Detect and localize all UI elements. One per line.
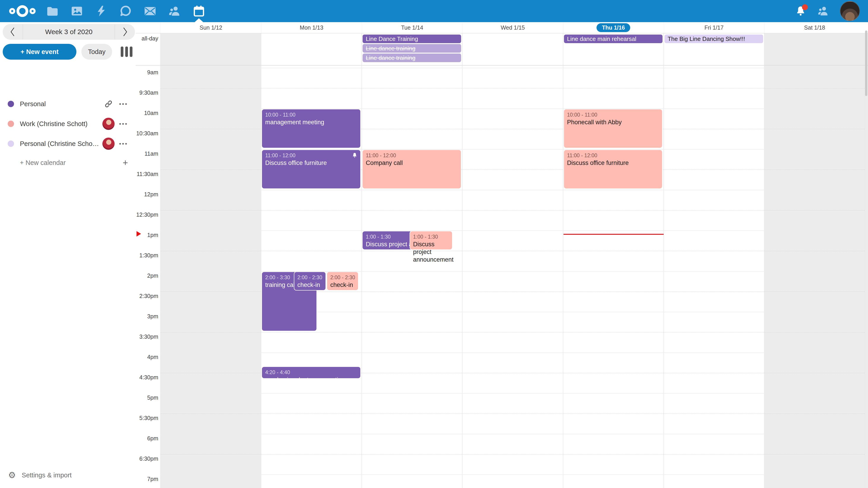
allday-event[interactable]: Line dance training bbox=[363, 54, 461, 62]
day-header-row: Sun 1/12Mon 1/13Tue 1/14Wed 1/15Thu 1/16… bbox=[135, 22, 868, 33]
event-time: 2:00 - 2:30 bbox=[298, 274, 322, 281]
week-range-label[interactable]: Week 3 of 2020 bbox=[23, 24, 115, 39]
navbar-right bbox=[795, 1, 868, 21]
calendar-item-1[interactable]: Work (Christine Schott)••• bbox=[0, 114, 135, 134]
activity-app-icon[interactable] bbox=[94, 4, 108, 18]
vertical-scrollbar-thumb[interactable] bbox=[865, 31, 867, 96]
calendar-color-dot[interactable] bbox=[8, 140, 14, 147]
event-time: 10:00 - 11:00 bbox=[265, 111, 357, 119]
allday-section: Line Dance TrainingLine dance trainingLi… bbox=[135, 33, 868, 66]
calendar-name: Personal bbox=[20, 100, 102, 108]
event[interactable]: 11:00 - 12:00Company call bbox=[362, 150, 461, 189]
new-calendar-button[interactable]: + New calendar+ bbox=[0, 154, 135, 172]
calendar-item-0[interactable]: Personal••• bbox=[0, 94, 135, 114]
event[interactable]: 10:00 - 11:00management meeting bbox=[261, 109, 361, 148]
calendar-actions-menu[interactable]: ••• bbox=[119, 140, 128, 147]
new-event-button[interactable]: + New event bbox=[3, 44, 76, 60]
day-header-fri[interactable]: Fri 1/17 bbox=[664, 22, 764, 33]
calendar-item-2[interactable]: Personal (Christine Scho…••• bbox=[0, 134, 135, 154]
notifications-bell-icon[interactable] bbox=[795, 5, 807, 17]
day-header-tue[interactable]: Tue 1/14 bbox=[362, 22, 462, 33]
event-time: 10:00 - 11:00 bbox=[567, 111, 659, 119]
user-avatar[interactable] bbox=[840, 1, 860, 21]
calendar-actions-menu[interactable]: ••• bbox=[119, 121, 128, 127]
grid-line bbox=[160, 414, 865, 414]
contacts-menu-icon[interactable] bbox=[817, 5, 830, 18]
day-header-sun[interactable]: Sun 1/12 bbox=[160, 22, 261, 33]
event[interactable]: 11:00 - 12:00Discuss office furniture bbox=[261, 150, 361, 189]
time-label: 5pm bbox=[135, 394, 158, 401]
photos-app-icon[interactable] bbox=[70, 4, 84, 18]
today-pill: Thu 1/16 bbox=[596, 23, 630, 32]
day-header-sat[interactable]: Sat 1/18 bbox=[764, 22, 865, 33]
day-header-mon[interactable]: Mon 1/13 bbox=[261, 22, 362, 33]
time-label: 12pm bbox=[135, 191, 158, 198]
mail-app-icon[interactable] bbox=[143, 4, 157, 18]
today-button[interactable]: Today bbox=[81, 44, 112, 60]
grid-line bbox=[160, 434, 865, 434]
grid-line bbox=[160, 393, 865, 394]
event[interactable]: 1:00 - 1:30Discuss project announcement bbox=[362, 231, 416, 250]
allday-event[interactable]: Line dance main rehearsal bbox=[564, 35, 662, 43]
event-title: Discuss project announcement bbox=[366, 240, 413, 248]
event-time: 11:00 - 12:00 bbox=[567, 152, 659, 159]
grid-line bbox=[160, 251, 865, 251]
week-navigation: Week 3 of 2020 bbox=[3, 24, 135, 40]
event[interactable]: 2:00 - 2:30check-in bbox=[327, 271, 359, 291]
next-week-button[interactable] bbox=[115, 24, 135, 40]
owner-avatar bbox=[102, 137, 115, 150]
calendar-color-dot[interactable] bbox=[8, 121, 14, 127]
reminder-bell-icon bbox=[352, 152, 358, 158]
notification-badge bbox=[802, 4, 808, 10]
calendar-actions-menu[interactable]: ••• bbox=[119, 101, 128, 107]
nextcloud-logo[interactable] bbox=[9, 4, 36, 18]
current-time-line bbox=[563, 234, 664, 235]
talk-app-icon[interactable] bbox=[119, 4, 133, 18]
time-label: 10:30am bbox=[135, 130, 158, 137]
event-time: 2:00 - 2:30 bbox=[330, 274, 355, 281]
calendar-app-icon[interactable] bbox=[192, 4, 206, 18]
time-label: 4:30pm bbox=[135, 374, 158, 381]
column-line bbox=[563, 33, 563, 66]
event[interactable]: 4:20 - 4:40purchasing dept conversation bbox=[261, 366, 361, 379]
event[interactable]: 10:00 - 11:00Phonecall with Abby bbox=[563, 109, 663, 148]
event[interactable]: 1:00 - 1:30Discuss project announcement bbox=[410, 231, 453, 250]
time-label: 9am bbox=[135, 69, 158, 76]
time-label: 9:30am bbox=[135, 90, 158, 96]
view-mode-toggle-icon[interactable] bbox=[121, 46, 132, 57]
column-line bbox=[362, 33, 362, 66]
event-time: 1:00 - 1:30 bbox=[366, 233, 413, 240]
day-header-thu[interactable]: Thu 1/16 bbox=[563, 22, 664, 33]
time-label: 6:30pm bbox=[135, 455, 158, 462]
column-line bbox=[663, 33, 664, 66]
time-label: 7pm bbox=[135, 476, 158, 482]
files-app-icon[interactable] bbox=[45, 4, 60, 18]
settings-and-import[interactable]: ⚙ Settings & import bbox=[0, 468, 135, 482]
event[interactable]: 11:00 - 12:00Discuss office furniture bbox=[563, 150, 663, 189]
event-title: management meeting bbox=[265, 119, 357, 126]
allday-event[interactable]: Line Dance Training bbox=[363, 35, 461, 43]
allday-event[interactable]: The Big Line Dancing Show!!! bbox=[664, 35, 763, 43]
allday-event[interactable]: Line dance training bbox=[363, 44, 461, 53]
grid-line bbox=[160, 454, 865, 455]
previous-week-button[interactable] bbox=[3, 24, 23, 40]
event[interactable]: 2:00 - 2:30check-in bbox=[294, 271, 326, 291]
calendar-color-dot[interactable] bbox=[8, 101, 14, 107]
sidebar-actions: + New event Today bbox=[3, 44, 133, 60]
plus-icon: + bbox=[123, 158, 128, 168]
event-time: 11:00 - 12:00 bbox=[366, 152, 458, 159]
contacts-app-icon[interactable] bbox=[167, 4, 182, 18]
app-launcher bbox=[45, 4, 206, 18]
day-header-wed[interactable]: Wed 1/15 bbox=[462, 22, 563, 33]
grid-line bbox=[160, 352, 865, 353]
top-navbar bbox=[0, 0, 868, 22]
time-label: 11am bbox=[135, 151, 158, 157]
event-time: 4:20 - 4:40 bbox=[265, 369, 357, 376]
column-line bbox=[261, 33, 261, 66]
calendar-name: Personal (Christine Scho… bbox=[20, 140, 102, 148]
grid-line bbox=[160, 332, 865, 332]
current-time-marker bbox=[136, 231, 141, 236]
event-time: 11:00 - 12:00 bbox=[265, 152, 357, 159]
event-title: check-in bbox=[298, 281, 322, 289]
share-link-icon[interactable] bbox=[102, 97, 115, 110]
